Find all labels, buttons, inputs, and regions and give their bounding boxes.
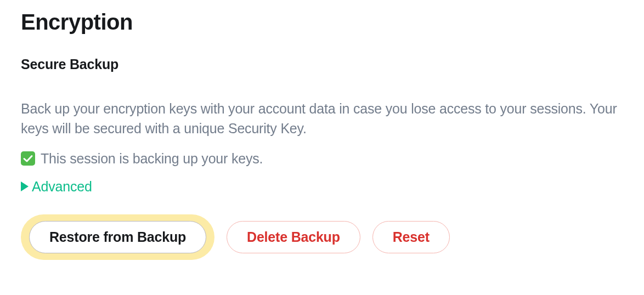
expand-arrow-icon — [21, 181, 29, 191]
check-icon — [21, 151, 35, 166]
delete-backup-button[interactable]: Delete Backup — [227, 221, 360, 253]
svg-rect-0 — [21, 151, 35, 166]
section-heading: Encryption — [21, 10, 623, 35]
restore-from-backup-button[interactable]: Restore from Backup — [29, 221, 206, 253]
reset-button[interactable]: Reset — [372, 221, 450, 253]
restore-highlight: Restore from Backup — [21, 214, 214, 260]
advanced-label: Advanced — [32, 179, 92, 195]
backup-status-text: This session is backing up your keys. — [41, 151, 263, 167]
secure-backup-heading: Secure Backup — [21, 56, 623, 72]
action-button-row: Restore from Backup Delete Backup Reset — [21, 214, 623, 260]
backup-status-row: This session is backing up your keys. — [21, 151, 623, 167]
advanced-toggle[interactable]: Advanced — [21, 179, 623, 195]
secure-backup-description: Back up your encryption keys with your a… — [21, 99, 623, 139]
